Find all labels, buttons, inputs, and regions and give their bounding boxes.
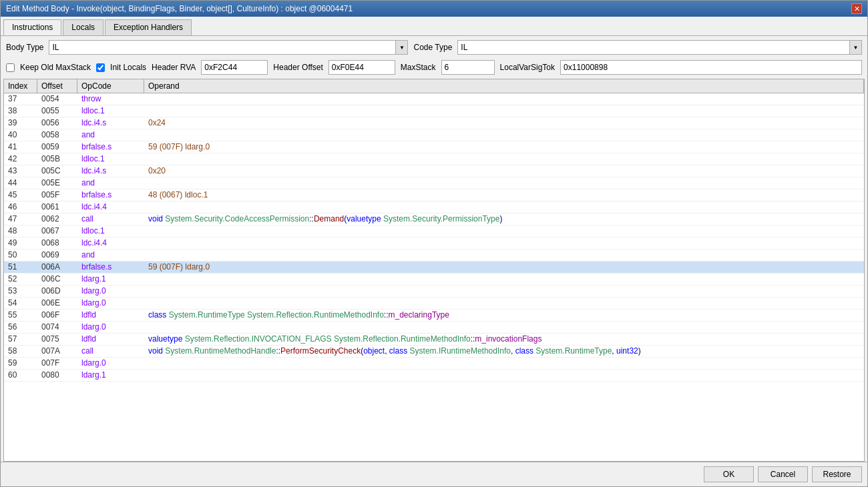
cell-offset: 0055 [37, 105, 77, 117]
table-row[interactable]: 44005Eand [4, 177, 864, 189]
cell-opcode: ldc.i4.4 [77, 201, 144, 213]
cell-opcode: brfalse.s [77, 262, 144, 273]
cell-offset: 0062 [37, 213, 77, 225]
table-row[interactable]: 570075ldfldvaluetype System.Reflection.I… [4, 334, 864, 346]
body-type-combo[interactable]: IL ▼ [49, 40, 408, 55]
cell-offset: 006A [37, 262, 77, 273]
table-row[interactable]: 400058and [4, 129, 864, 141]
cell-opcode: ldarg.0 [77, 286, 144, 297]
close-button[interactable]: ✕ [851, 3, 862, 14]
footer: OK Cancel Restore [1, 462, 867, 486]
cell-index: 60 [4, 370, 37, 381]
cell-opcode: ldc.i4.s [77, 117, 144, 129]
cell-operand: 59 (007F) ldarg.0 [144, 141, 864, 153]
table-row[interactable]: 460061ldc.i4.4 [4, 201, 864, 213]
code-type-arrow[interactable]: ▼ [850, 40, 862, 55]
header-rva-input[interactable] [201, 60, 268, 75]
cell-index: 47 [4, 213, 37, 225]
table-row[interactable]: 560074ldarg.0 [4, 322, 864, 334]
cell-offset: 005E [37, 177, 77, 189]
table-row[interactable]: 470062callvoid System.Security.CodeAcces… [4, 213, 864, 225]
cell-opcode: ldarg.1 [77, 370, 144, 381]
cell-offset: 006C [37, 274, 77, 285]
cancel-button[interactable]: Cancel [758, 466, 808, 482]
cell-operand: class System.RuntimeType System.Reflecti… [144, 310, 864, 321]
cell-opcode: ldc.i4.4 [77, 237, 144, 249]
restore-button[interactable]: Restore [812, 466, 862, 482]
keep-old-maxstack-label: Keep Old MaxStack [20, 63, 91, 72]
header-offset-input[interactable] [329, 60, 395, 75]
table-row[interactable]: 42005Bldloc.1 [4, 153, 864, 165]
cell-opcode: ldloc.1 [77, 225, 144, 237]
cell-offset: 0054 [37, 93, 77, 105]
tab-locals[interactable]: Locals [63, 19, 103, 35]
title-text: Edit Method Body - Invoke(object, Bindin… [6, 4, 353, 13]
init-locals-label: Init Locals [110, 63, 146, 72]
table-row[interactable]: 490068ldc.i4.4 [4, 237, 864, 250]
cell-opcode: call [77, 213, 144, 225]
code-type-value: IL [457, 40, 850, 55]
cell-offset: 0075 [37, 334, 77, 345]
table-row[interactable]: 52006Cldarg.1 [4, 274, 864, 286]
cell-index: 43 [4, 165, 37, 177]
cell-opcode: brfalse.s [77, 141, 144, 153]
code-type-combo[interactable]: IL ▼ [457, 40, 862, 55]
cell-offset: 0080 [37, 370, 77, 381]
cell-offset: 0061 [37, 201, 77, 213]
table-row[interactable]: 410059brfalse.s59 (007F) ldarg.0 [4, 141, 864, 153]
cell-operand [144, 129, 864, 141]
cell-opcode: ldloc.1 [77, 153, 144, 165]
col-operand: Operand [144, 79, 864, 93]
cell-opcode: call [77, 346, 144, 357]
table-row[interactable]: 43005Cldc.i4.s0x20 [4, 165, 864, 177]
cell-offset: 005C [37, 165, 77, 177]
table-row[interactable]: 54006Eldarg.0 [4, 298, 864, 310]
table-row[interactable]: 480067ldloc.1 [4, 225, 864, 237]
cell-index: 46 [4, 201, 37, 213]
cell-index: 57 [4, 334, 37, 345]
cell-operand [144, 105, 864, 117]
cell-operand: valuetype System.Reflection.INVOCATION_F… [144, 334, 864, 345]
code-type-label: Code Type [413, 43, 452, 52]
table-row[interactable]: 370054throw [4, 93, 864, 105]
table-row[interactable]: 53006Dldarg.0 [4, 286, 864, 298]
cell-operand [144, 322, 864, 333]
maxstack-label: MaxStack [401, 63, 436, 72]
cell-opcode: and [77, 177, 144, 189]
table-row[interactable]: 500069and [4, 250, 864, 262]
cell-operand [144, 274, 864, 285]
cell-index: 55 [4, 310, 37, 321]
cell-opcode: ldc.i4.s [77, 165, 144, 177]
table-row[interactable]: 55006Fldfldclass System.RuntimeType Syst… [4, 310, 864, 322]
table-row[interactable]: 380055ldloc.1 [4, 105, 864, 117]
maxstack-input[interactable] [441, 60, 495, 75]
keep-old-maxstack-checkbox[interactable] [6, 63, 15, 72]
cell-index: 50 [4, 250, 37, 261]
table-row[interactable]: 51006Abrfalse.s59 (007F) ldarg.0 [4, 262, 864, 274]
header-offset-label: Header Offset [273, 63, 322, 72]
cell-opcode: ldloc.1 [77, 105, 144, 117]
table-row[interactable]: 45005Fbrfalse.s48 (0067) ldloc.1 [4, 189, 864, 201]
body-type-arrow[interactable]: ▼ [396, 40, 408, 55]
body-type-value: IL [49, 40, 396, 55]
cell-operand [144, 225, 864, 237]
tab-exception-handlers[interactable]: Exception Handlers [105, 19, 192, 35]
cell-index: 56 [4, 322, 37, 333]
table-row[interactable]: 58007Acallvoid System.RuntimeMethodHandl… [4, 346, 864, 358]
cell-operand: void System.RuntimeMethodHandle::Perform… [144, 346, 864, 357]
init-locals-checkbox[interactable] [96, 63, 105, 72]
tab-instructions[interactable]: Instructions [3, 19, 61, 35]
cell-offset: 007F [37, 358, 77, 369]
ok-button[interactable]: OK [704, 466, 754, 482]
table-row[interactable]: 59007Fldarg.0 [4, 358, 864, 370]
localvarsig-input[interactable] [560, 60, 862, 75]
cell-index: 58 [4, 346, 37, 357]
table-row[interactable]: 600080ldarg.1 [4, 370, 864, 382]
table-row[interactable]: 390056ldc.i4.s0x24 [4, 117, 864, 129]
cell-index: 45 [4, 189, 37, 201]
cell-operand: 59 (007F) ldarg.0 [144, 262, 864, 273]
cell-offset: 006F [37, 310, 77, 321]
dialog: Edit Method Body - Invoke(object, Bindin… [0, 0, 868, 487]
cell-opcode: ldfld [77, 334, 144, 345]
cell-offset: 0069 [37, 250, 77, 261]
